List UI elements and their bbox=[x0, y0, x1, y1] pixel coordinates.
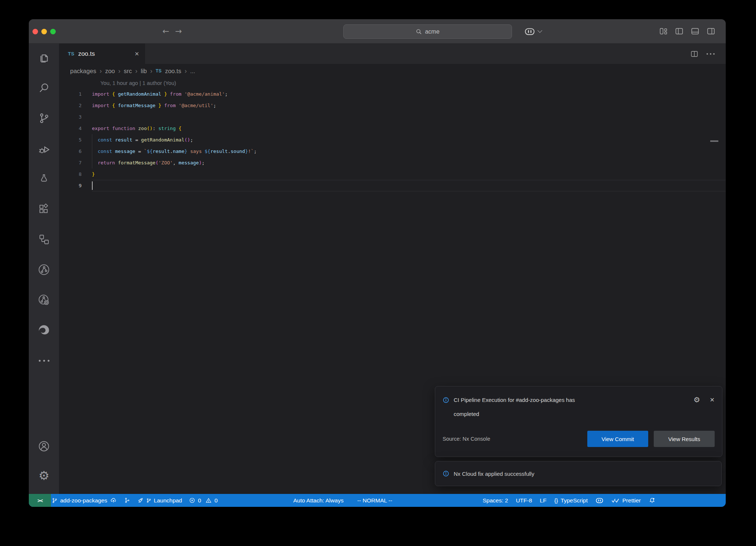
indentation-status[interactable]: Spaces: 2 bbox=[482, 497, 508, 504]
code-line: 6 const message = `${result.name} says $… bbox=[59, 146, 726, 157]
nx-cloud-icon[interactable] bbox=[38, 294, 50, 306]
warning-icon bbox=[205, 497, 212, 504]
spaces-label: Spaces: 2 bbox=[482, 497, 508, 504]
project-structure-icon[interactable] bbox=[38, 233, 50, 246]
code-line: 3 bbox=[59, 111, 726, 123]
launchpad-label: Launchpad bbox=[154, 497, 182, 504]
typescript-file-icon: TS bbox=[156, 68, 162, 74]
notification-settings-gear-icon[interactable]: ⚙ bbox=[694, 396, 700, 403]
breadcrumb: packages › zoo › src › lib › TS zoo.ts ›… bbox=[59, 64, 726, 78]
title-bar: ← → acme bbox=[29, 19, 726, 44]
search-icon bbox=[416, 28, 422, 35]
tab-zoo-ts[interactable]: TS zoo.ts ✕ bbox=[59, 44, 145, 64]
typescript-file-icon: TS bbox=[68, 51, 75, 57]
chevron-right-icon: › bbox=[135, 67, 137, 75]
notification-message: Nx Cloud fix applied successfully bbox=[454, 471, 534, 477]
chevron-right-icon: › bbox=[185, 67, 187, 75]
notification-toast-nx-cloud: Nx Cloud fix applied successfully bbox=[435, 461, 722, 486]
eol-status[interactable]: LF bbox=[540, 497, 546, 504]
code-line: 8} bbox=[59, 168, 726, 180]
minimize-window-button[interactable] bbox=[41, 29, 47, 34]
eol-label: LF bbox=[540, 497, 546, 504]
nx-console-icon[interactable] bbox=[38, 263, 50, 276]
navigate-forward-icon[interactable]: → bbox=[175, 27, 182, 36]
auto-attach-label: Auto Attach: Always bbox=[293, 497, 344, 504]
notification-close-icon[interactable]: ✕ bbox=[710, 396, 715, 403]
more-views-icon[interactable] bbox=[38, 354, 50, 367]
window-controls bbox=[32, 29, 56, 34]
language-label: TypeScript bbox=[561, 497, 588, 504]
vim-mode-label: -- NORMAL -- bbox=[357, 497, 392, 504]
toggle-secondary-sidebar-icon[interactable] bbox=[707, 27, 715, 35]
chevron-right-icon: › bbox=[150, 67, 152, 75]
breadcrumb-item[interactable]: packages bbox=[70, 68, 96, 75]
branch-name: add-zoo-packages bbox=[60, 497, 107, 504]
toggle-panel-icon[interactable] bbox=[691, 27, 700, 35]
breadcrumb-more[interactable]: ... bbox=[190, 68, 195, 75]
toggle-sidebar-icon[interactable] bbox=[675, 27, 684, 35]
explorer-icon[interactable] bbox=[38, 51, 50, 64]
customize-layout-icon[interactable] bbox=[659, 27, 668, 35]
source-control-icon[interactable] bbox=[38, 112, 50, 124]
error-count: 0 bbox=[198, 497, 201, 504]
problems-status[interactable]: 0 0 bbox=[189, 497, 217, 504]
breadcrumb-item-file[interactable]: zoo.ts bbox=[165, 68, 181, 75]
auto-attach-status[interactable]: Auto Attach: Always bbox=[293, 497, 344, 504]
breadcrumb-item[interactable]: src bbox=[124, 68, 132, 75]
branch-small-icon bbox=[146, 498, 151, 503]
launchpad-button[interactable]: Launchpad bbox=[137, 497, 182, 504]
testing-icon[interactable] bbox=[38, 173, 50, 185]
code-line: 1import { getRandomAnimal } from '@acme/… bbox=[59, 88, 726, 100]
settings-gear-icon[interactable]: ⚙ bbox=[38, 470, 50, 482]
breadcrumb-item[interactable]: zoo bbox=[105, 68, 115, 75]
close-window-button[interactable] bbox=[32, 29, 38, 34]
source-control-graph-button[interactable] bbox=[124, 497, 130, 504]
formatter-label: Prettier bbox=[622, 497, 641, 504]
double-check-icon bbox=[611, 498, 620, 503]
maximize-window-button[interactable] bbox=[50, 29, 56, 34]
copilot-icon[interactable] bbox=[524, 27, 535, 36]
breadcrumb-item[interactable]: lib bbox=[141, 68, 147, 75]
notification-message: CI Pipeline Execution for #add-zoo-packa… bbox=[454, 393, 601, 421]
activity-bar: ⚙ bbox=[29, 44, 59, 494]
copilot-status[interactable] bbox=[595, 497, 604, 504]
chevron-right-icon: › bbox=[118, 67, 120, 75]
info-icon bbox=[443, 470, 449, 477]
encoding-status[interactable]: UTF-8 bbox=[516, 497, 532, 504]
split-editor-icon[interactable] bbox=[690, 50, 698, 58]
git-graph-icon bbox=[124, 497, 130, 504]
encoding-label: UTF-8 bbox=[516, 497, 532, 504]
code-line: 2import { formatMessage } from '@acme/ut… bbox=[59, 100, 726, 111]
command-center-search[interactable]: acme bbox=[343, 24, 512, 39]
view-commit-button[interactable]: View Commit bbox=[587, 431, 648, 447]
view-results-button[interactable]: View Results bbox=[654, 431, 715, 447]
notifications-bell[interactable] bbox=[649, 497, 656, 504]
git-branch-icon bbox=[52, 498, 58, 504]
vim-mode-indicator[interactable]: -- NORMAL -- bbox=[357, 497, 392, 504]
search-value: acme bbox=[425, 28, 439, 35]
extensions-icon[interactable] bbox=[38, 203, 50, 215]
search-view-icon[interactable] bbox=[38, 82, 50, 94]
run-debug-icon[interactable] bbox=[38, 142, 50, 155]
git-blame-annotation: You, 1 hour ago | 1 author (You) bbox=[59, 78, 726, 88]
tab-close-icon[interactable]: ✕ bbox=[134, 51, 139, 57]
edge-browser-icon[interactable] bbox=[38, 324, 50, 337]
editor-more-actions-icon[interactable] bbox=[707, 53, 715, 55]
copilot-chevron-down-icon[interactable] bbox=[537, 28, 542, 33]
account-icon[interactable] bbox=[38, 440, 50, 453]
overview-ruler-mark bbox=[710, 140, 718, 142]
bell-icon bbox=[649, 497, 656, 504]
navigate-back-icon[interactable]: ← bbox=[162, 27, 169, 36]
code-line: 5 const result = getRandomAnimal(); bbox=[59, 134, 726, 146]
braces-icon: {} bbox=[554, 497, 558, 504]
status-bar: >< add-zoo-packages Launchpad 0 0 bbox=[29, 494, 726, 507]
tab-label: zoo.ts bbox=[78, 50, 95, 58]
formatter-status[interactable]: Prettier bbox=[611, 497, 641, 504]
code-line: 9 bbox=[59, 180, 726, 191]
copilot-icon bbox=[595, 497, 604, 504]
remote-indicator[interactable]: >< bbox=[29, 494, 51, 507]
language-mode-status[interactable]: {} TypeScript bbox=[554, 497, 588, 504]
text-cursor bbox=[92, 181, 93, 190]
git-branch-status[interactable]: add-zoo-packages bbox=[52, 497, 117, 504]
error-icon bbox=[189, 497, 195, 504]
